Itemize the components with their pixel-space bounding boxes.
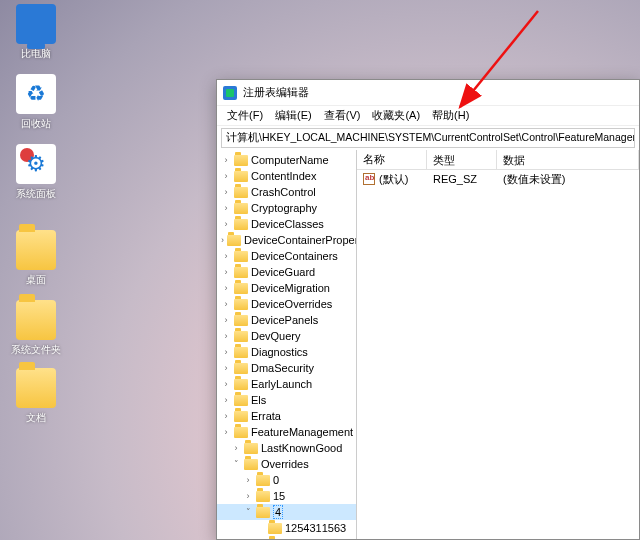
chevron-down-icon[interactable]: ˅: [231, 459, 241, 469]
tree-node[interactable]: ›LastKnownGood: [217, 440, 356, 456]
chevron-right-icon[interactable]: ›: [221, 299, 231, 309]
tree-node[interactable]: 1254311563: [217, 520, 356, 536]
tree-node-label: Diagnostics: [251, 346, 308, 358]
value-list: 名称 类型 数据 (默认)REG_SZ(数值未设置): [357, 150, 639, 539]
desktop-icon-label: 比电脑: [6, 48, 66, 60]
tree-node-label: Cryptography: [251, 202, 317, 214]
tree-node-label: ContentIndex: [251, 170, 316, 182]
folder-icon: [234, 283, 248, 294]
tree-node-label: DevicePanels: [251, 314, 318, 326]
col-type[interactable]: 类型: [427, 150, 497, 169]
col-data[interactable]: 数据: [497, 150, 639, 169]
folder-icon: [234, 267, 248, 278]
tree-node[interactable]: ›0: [217, 472, 356, 488]
folder-icon: [234, 219, 248, 230]
desktop-icon-folder[interactable]: 桌面: [6, 230, 66, 286]
chevron-right-icon[interactable]: ›: [243, 491, 253, 501]
tree-node[interactable]: ›ContentIndex: [217, 168, 356, 184]
folder-icon: [16, 368, 56, 408]
tree-node[interactable]: ›DevQuery: [217, 328, 356, 344]
chevron-right-icon[interactable]: ›: [221, 331, 231, 341]
desktop: 比电脑 回收站 系统面板 桌面 系统文件夹 文档 注册表编辑器 文件(F) 编辑…: [0, 0, 640, 540]
chevron-right-icon[interactable]: ›: [221, 315, 231, 325]
chevron-right-icon[interactable]: ›: [221, 251, 231, 261]
pc-icon: [16, 4, 56, 44]
menu-fav[interactable]: 收藏夹(A): [366, 108, 426, 123]
tree-node[interactable]: ›ComputerName: [217, 152, 356, 168]
tree-node-label: DeviceGuard: [251, 266, 315, 278]
string-value-icon: [363, 173, 375, 185]
chevron-right-icon[interactable]: ›: [221, 155, 231, 165]
key-tree[interactable]: ›ComputerName›ContentIndex›CrashControl›…: [217, 150, 357, 539]
chevron-right-icon[interactable]: ›: [221, 427, 231, 437]
address-bar[interactable]: 计算机\HKEY_LOCAL_MACHINE\SYSTEM\CurrentCon…: [221, 128, 635, 148]
tree-node-label: ComputerName: [251, 154, 329, 166]
tree-node-label: 4: [273, 505, 283, 519]
desktop-icon-sys[interactable]: 系统面板: [6, 144, 66, 200]
title-bar[interactable]: 注册表编辑器: [217, 80, 639, 106]
folder-icon: [234, 251, 248, 262]
value-row[interactable]: (默认)REG_SZ(数值未设置): [357, 170, 639, 188]
desktop-icon-label: 系统文件夹: [6, 344, 66, 356]
folder-icon: [256, 475, 270, 486]
chevron-right-icon[interactable]: ›: [221, 395, 231, 405]
menu-view[interactable]: 查看(V): [318, 108, 367, 123]
chevron-right-icon[interactable]: ›: [221, 171, 231, 181]
desktop-icon-bin[interactable]: 回收站: [6, 74, 66, 130]
chevron-right-icon[interactable]: ›: [221, 187, 231, 197]
tree-node[interactable]: ›DevicePanels: [217, 312, 356, 328]
menu-bar: 文件(F) 编辑(E) 查看(V) 收藏夹(A) 帮助(H): [217, 106, 639, 126]
chevron-right-icon[interactable]: ›: [221, 283, 231, 293]
desktop-icon-folder[interactable]: 系统文件夹: [6, 300, 66, 356]
folder-icon: [244, 459, 258, 470]
col-name[interactable]: 名称: [357, 150, 427, 169]
folder-icon: [256, 491, 270, 502]
chevron-right-icon[interactable]: ›: [221, 411, 231, 421]
chevron-right-icon[interactable]: ›: [221, 219, 231, 229]
chevron-right-icon[interactable]: ›: [243, 475, 253, 485]
tree-node[interactable]: ›DmaSecurity: [217, 360, 356, 376]
chevron-right-icon[interactable]: ›: [221, 379, 231, 389]
tree-node[interactable]: ›DeviceContainerPropertyUpda: [217, 232, 356, 248]
desktop-icon-label: 文档: [6, 412, 66, 424]
tree-node[interactable]: ›Els: [217, 392, 356, 408]
chevron-down-icon[interactable]: ˅: [243, 507, 253, 517]
chevron-right-icon[interactable]: ›: [221, 267, 231, 277]
tree-node-label: LastKnownGood: [261, 442, 342, 454]
tree-node[interactable]: ›DeviceClasses: [217, 216, 356, 232]
desktop-icon-folder[interactable]: 文档: [6, 368, 66, 424]
desktop-icon-pc[interactable]: 比电脑: [6, 4, 66, 60]
tree-node[interactable]: ›15: [217, 488, 356, 504]
address-path: 计算机\HKEY_LOCAL_MACHINE\SYSTEM\CurrentCon…: [226, 131, 635, 145]
tree-node[interactable]: ›Errata: [217, 408, 356, 424]
folder-icon: [234, 395, 248, 406]
tree-node[interactable]: ˅Overrides: [217, 456, 356, 472]
tree-node[interactable]: ›CrashControl: [217, 184, 356, 200]
tree-node-label: 0: [273, 474, 279, 486]
chevron-right-icon[interactable]: ›: [221, 363, 231, 373]
tree-node[interactable]: ›Cryptography: [217, 200, 356, 216]
tree-node[interactable]: ›DeviceMigration: [217, 280, 356, 296]
tree-node[interactable]: ›FeatureManagement: [217, 424, 356, 440]
chevron-right-icon[interactable]: ›: [221, 347, 231, 357]
tree-node[interactable]: ›DeviceOverrides: [217, 296, 356, 312]
chevron-right-icon[interactable]: ›: [221, 235, 224, 245]
tree-node[interactable]: ›DeviceGuard: [217, 264, 356, 280]
menu-file[interactable]: 文件(F): [221, 108, 269, 123]
tree-node-label: Errata: [251, 410, 281, 422]
desktop-icon-label: 桌面: [6, 274, 66, 286]
registry-editor-window: 注册表编辑器 文件(F) 编辑(E) 查看(V) 收藏夹(A) 帮助(H) 计算…: [216, 79, 640, 540]
tree-node[interactable]: ›EarlyLaunch: [217, 376, 356, 392]
menu-help[interactable]: 帮助(H): [426, 108, 475, 123]
folder-icon: [16, 230, 56, 270]
tree-node[interactable]: ›Diagnostics: [217, 344, 356, 360]
recycle-bin-icon: [16, 74, 56, 114]
tree-node[interactable]: 215754378: [217, 536, 356, 539]
tree-node[interactable]: ›DeviceContainers: [217, 248, 356, 264]
menu-edit[interactable]: 编辑(E): [269, 108, 318, 123]
chevron-right-icon[interactable]: ›: [231, 443, 241, 453]
desktop-icon-label: 系统面板: [6, 188, 66, 200]
chevron-right-icon[interactable]: ›: [221, 203, 231, 213]
tree-node[interactable]: ˅4: [217, 504, 356, 520]
desktop-icon-label: 回收站: [6, 118, 66, 130]
